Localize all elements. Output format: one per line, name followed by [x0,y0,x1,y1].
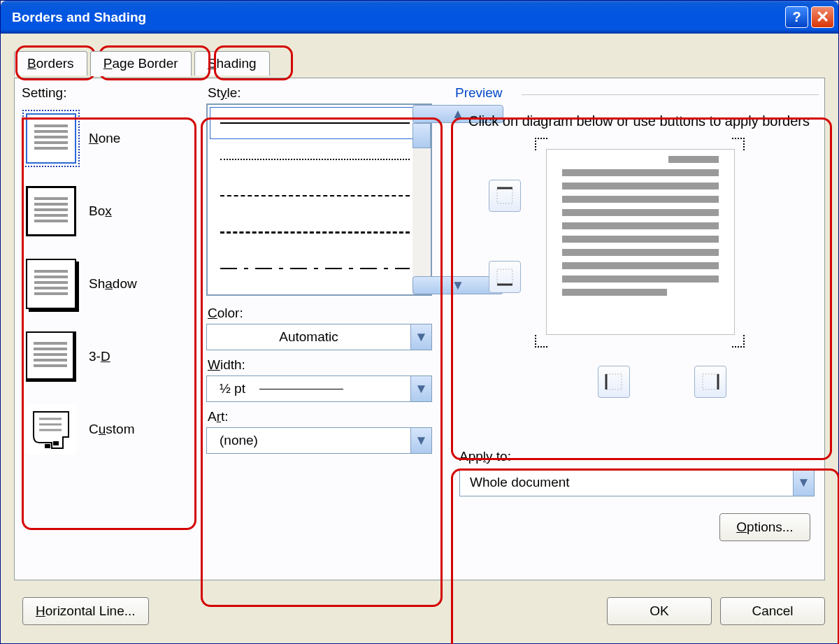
ok-button[interactable]: OK [607,597,712,625]
title-text: Borders and Shading [12,10,146,25]
borders-shading-dialog: Borders and Shading ? ✕ Borders Page Bor… [0,0,839,644]
cancel-button[interactable]: Cancel [720,597,825,625]
help-button[interactable]: ? [785,6,808,28]
body: Borders Page Border Shading Setting: Non… [4,34,835,640]
titlebar[interactable]: Borders and Shading ? ✕ [1,1,838,34]
horizontal-line-button[interactable]: Horizontal Line... [22,597,149,625]
style-label: Style: [208,85,241,100]
tab-page-border[interactable]: Page Border [90,51,192,76]
close-button[interactable]: ✕ [811,6,834,28]
preview-label: Preview [455,85,819,101]
tab-panel: Setting: None Box Shadow 3-D [14,78,825,580]
setting-label: Setting: [19,85,187,101]
footer: Horizontal Line... OK Cancel [14,595,825,627]
